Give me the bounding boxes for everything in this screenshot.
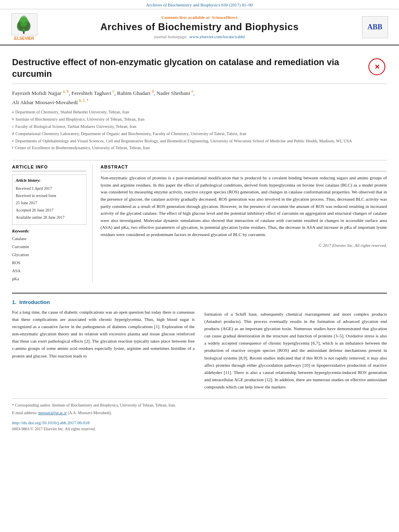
keyword-catalase: Catalase [12,235,86,243]
intro-right-col: formation of a Schiff base, subsequently… [204,299,387,391]
received-revised-label: Received in revised form [16,192,83,199]
footnote-section: * Corresponding author. Institute of Bio… [12,398,387,431]
authors-list: Fayezeh Mofidi Najjar a, b, Fereshteh Ta… [12,88,387,107]
available-online: Available online 28 June 2017 [16,214,83,221]
corresponding-author-note: * Corresponding author. Institute of Bio… [12,402,387,409]
keywords-title: Keywords: [12,229,86,233]
journal-homepage: journal homepage: www.elsevier.com/locat… [40,34,359,39]
journal-header-center: Contents lists available at ScienceDirec… [40,15,359,39]
affiliation-b: b Institute of Biochemistry and Biophysi… [12,116,387,123]
intro-left-col: 1. Introduction For a long time, the cau… [12,299,195,391]
article-info-column: ARTICLE INFO Article history: Received 1… [12,164,93,283]
abb-logo-box: ABB [362,16,388,38]
intro-section-heading: 1. Introduction [12,299,195,305]
keyword-pka: pKa [12,275,86,283]
article-info-abstract: ARTICLE INFO Article history: Received 1… [12,160,387,283]
affiliation-c: c Faculty of Biological Science, Tarbiat… [12,123,387,130]
crossmark-badge[interactable] [367,57,387,77]
received-date: Received 1 April 2017 [16,185,83,192]
abstract-text: Non-enzymatic glycation of proteins is a… [101,175,387,238]
journal-header: ELSEVIER Contents lists available at Sci… [0,9,399,45]
article-title: Destructive effect of non-enzymatic glyc… [12,57,363,80]
article-history-box: Article history: Received 1 April 2017 R… [12,175,86,225]
keyword-curcumin: Curcumin [12,243,86,251]
svg-point-4 [20,16,28,27]
elsevier-logo-box [11,13,37,35]
doi-link[interactable]: http://dx.doi.org/10.1016/j.abb.2017.06.… [12,420,90,425]
intro-right-text: formation of a Schiff base, subsequently… [204,310,387,391]
intro-left-text: For a long time, the cause of diabetic c… [12,308,195,359]
affiliation-e: e Departments of Ophthalmology and Visua… [12,138,387,145]
crossmark-icon [368,58,385,75]
journal-volume-info: Archives of Biochemistry and Biophysics … [0,0,399,9]
abstract-column: ABSTRACT Non-enzymatic glycation of prot… [101,164,387,283]
keyword-glycation: Glycation [12,251,86,259]
authors-section: Fayezeh Mofidi Najjar a, b, Fereshteh Ta… [12,84,387,154]
introduction-section: 1. Introduction For a long time, the cau… [12,293,387,391]
article-info-heading: ARTICLE INFO [12,164,86,171]
accepted-date: Accepted 26 June 2017 [16,207,83,214]
science-direct-link[interactable]: ScienceDirect [212,15,238,20]
article-title-section: Destructive effect of non-enzymatic glyc… [12,49,387,84]
keyword-ros: ROS [12,259,86,267]
science-direct-text: Contents lists available at ScienceDirec… [40,15,359,20]
homepage-url[interactable]: www.elsevier.com/locate/yabbi [189,34,245,39]
email-note: E-mail address: moosavi@ut.ac.ir (A.A. M… [12,410,387,416]
email-link[interactable]: moosavi@ut.ac.ir [38,411,67,415]
elsevier-tree-icon [13,15,35,34]
issn-line: 0003-9861/© 2017 Elsevier Inc. All right… [12,427,387,431]
copyright-line: © 2017 Elsevier Inc. All rights reserved… [101,243,387,248]
introduction-body: 1. Introduction For a long time, the cau… [12,299,387,391]
abstract-heading: ABSTRACT [101,164,387,171]
affiliation-d: d Computational Chemistry Laboratory, De… [12,131,387,138]
journal-title: Archives of Biochemistry and Biophysics [40,21,359,33]
affiliation-f: f Center of Excellence in Biothermodynam… [12,145,387,152]
elsevier-logo: ELSEVIER [8,13,40,41]
keyword-asa: ASA [12,267,86,275]
affiliation-a: a Department of Chemistry, Shahid Behesh… [12,109,387,116]
abb-logo: ABB [359,16,391,38]
elsevier-label: ELSEVIER [14,36,34,41]
affiliations: a Department of Chemistry, Shahid Behesh… [12,109,387,152]
article-history-title: Article history: [16,178,83,183]
received-revised-date: 25 June 2017 [16,199,83,207]
article-container: Destructive effect of non-enzymatic glyc… [0,45,399,439]
keywords-section: Keywords: Catalase Curcumin Glycation RO… [12,229,86,283]
